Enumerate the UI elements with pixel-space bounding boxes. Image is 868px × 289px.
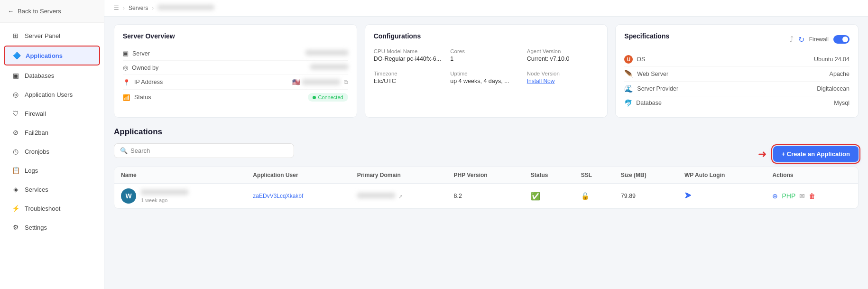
app-users-icon: ◎ — [11, 91, 20, 98]
sidebar: ← Back to Servers ⊞ Server Panel 🔷 Appli… — [0, 0, 104, 289]
sidebar-item-label: Applications — [26, 52, 63, 59]
sidebar-item-label: Troubleshoot — [25, 205, 60, 212]
status-dot — [313, 96, 316, 99]
provider-row: 🌊 Server Provider Digitalocean — [624, 82, 850, 96]
col-actions: Actions — [766, 167, 858, 184]
webserver-row: 🪶 Web Server Apache — [624, 67, 850, 82]
sidebar-item-cronjobs[interactable]: ◷ Cronjobs — [4, 142, 100, 160]
action-delete-icon[interactable]: 🗑 — [809, 192, 815, 200]
server-label: ▣ Server — [123, 50, 150, 57]
breadcrumb-servers[interactable]: Servers — [129, 5, 148, 11]
back-to-servers[interactable]: ← Back to Servers — [0, 0, 104, 23]
sidebar-item-application-users[interactable]: ◎ Application Users — [4, 85, 100, 103]
firewall-icon: 🛡 — [11, 110, 20, 117]
size-cell: 79.89 — [614, 184, 678, 209]
node-cell: Node Version Install Now — [527, 69, 599, 86]
ip-icon: 📍 — [123, 79, 130, 86]
cpu-cell: CPU Model Name DO-Regular pc-i440fx-6... — [374, 47, 446, 64]
sidebar-item-label: Databases — [25, 72, 54, 79]
services-icon: ◈ — [11, 186, 20, 193]
owned-by-label: ◎ Owned by — [123, 64, 158, 71]
app-user-link[interactable]: zaEDvV3LcqXkakbf — [253, 193, 303, 199]
wp-login-icon[interactable]: ⮞ — [684, 192, 692, 200]
applications-table: Name Application User Primary Domain PHP… — [114, 167, 858, 208]
wifi-icon: 📶 — [123, 94, 130, 101]
ssl-lock-icon: 🔓 — [581, 192, 589, 200]
agent-label: Agent Version — [527, 48, 599, 54]
col-status: Status — [524, 167, 574, 184]
configurations-card: Configurations CPU Model Name DO-Regular… — [365, 24, 608, 118]
search-input[interactable] — [130, 147, 288, 154]
webserver-label: 🪶 Web Server — [624, 70, 668, 78]
main-content: ☰ › Servers › Server Overview ▣ Server — [104, 0, 868, 289]
os-label: U OS — [624, 55, 645, 64]
owned-by-icon: ◎ — [123, 64, 128, 71]
specifications-card: Specifications ⤴ ↻ Firewall U OS Ubuntu … — [615, 24, 859, 118]
settings-icon: ⚙ — [11, 224, 20, 231]
action-icons: ⊕ PHP ✉ 🗑 — [772, 192, 851, 200]
ssl-cell: 🔓 — [574, 184, 614, 209]
server-value — [305, 50, 348, 57]
sidebar-item-logs[interactable]: 📋 Logs — [4, 161, 100, 179]
cores-cell: Cores 1 — [450, 47, 522, 64]
table-header-row: Name Application User Primary Domain PHP… — [114, 167, 858, 184]
logs-icon: 📋 — [11, 167, 20, 174]
server-overview-card: Server Overview ▣ Server ◎ Owned by — [114, 24, 357, 118]
back-arrow-icon: ← — [8, 8, 14, 15]
status-badge: Connected — [308, 93, 348, 102]
owned-by-value — [310, 64, 348, 71]
sidebar-item-services[interactable]: ◈ Services — [4, 180, 100, 198]
install-now-link[interactable]: Install Now — [527, 78, 555, 84]
external-link-icon[interactable]: ↗ — [398, 194, 403, 199]
back-label: Back to Servers — [18, 8, 61, 15]
config-grid: CPU Model Name DO-Regular pc-i440fx-6...… — [374, 47, 599, 86]
copy-icon[interactable]: ⧉ — [344, 79, 348, 85]
timezone-label: Timezone — [374, 71, 446, 76]
sidebar-item-applications[interactable]: 🔷 Applications — [4, 46, 100, 65]
applications-icon: 🔷 — [12, 52, 21, 59]
applications-title: Applications — [114, 127, 859, 137]
webserver-value: Apache — [830, 71, 850, 77]
breadcrumb-sep: › — [123, 5, 125, 11]
col-php: PHP Version — [447, 167, 524, 184]
fail2ban-icon: ⊘ — [11, 129, 20, 136]
database-value: Mysql — [834, 100, 850, 106]
create-application-button[interactable]: + Create an Application — [773, 146, 859, 162]
col-ssl: SSL — [574, 167, 614, 184]
sidebar-item-troubleshoot[interactable]: ⚡ Troubleshoot — [4, 199, 100, 217]
provider-value: Digitalocean — [817, 85, 850, 92]
search-icon: 🔍 — [120, 147, 128, 154]
firewall-label: Firewall — [809, 36, 829, 43]
sidebar-item-firewall[interactable]: 🛡 Firewall — [4, 104, 100, 122]
status-row: 📶 Status Connected — [123, 90, 348, 105]
database-row: 🐬 Database Mysql — [624, 96, 850, 110]
share-icon[interactable]: ⤴ — [790, 35, 794, 44]
node-value: Install Now — [527, 78, 599, 84]
ip-row: 📍 IP Address 🇺🇸 ⧉ — [123, 75, 348, 90]
actions-cell: ⊕ PHP ✉ 🗑 — [766, 184, 858, 209]
database-label: 🐬 Database — [624, 99, 662, 107]
cards-row: Server Overview ▣ Server ◎ Owned by — [114, 24, 859, 118]
provider-icon: 🌊 — [624, 84, 633, 93]
sidebar-item-settings[interactable]: ⚙ Settings — [4, 218, 100, 236]
provider-label: 🌊 Server Provider — [624, 84, 678, 93]
col-domain: Primary Domain — [351, 167, 447, 184]
refresh-icon[interactable]: ↻ — [798, 35, 804, 44]
cpu-value: DO-Regular pc-i440fx-6... — [374, 56, 446, 62]
sidebar-item-server-panel[interactable]: ⊞ Server Panel — [4, 27, 100, 45]
sidebar-item-databases[interactable]: ▣ Databases — [4, 66, 100, 84]
uptime-cell: Uptime up 4 weeks, 4 days, ... — [450, 69, 522, 86]
databases-icon: ▣ — [11, 72, 20, 79]
php-version-cell: 8.2 — [447, 184, 524, 209]
breadcrumb: ☰ › Servers › — [104, 0, 868, 17]
database-icon: 🐬 — [624, 99, 632, 107]
action-php-icon[interactable]: PHP — [782, 192, 795, 200]
action-view-icon[interactable]: ⊕ — [772, 192, 778, 200]
status-cell: ✅ — [524, 184, 574, 209]
specs-title: Specifications — [624, 32, 669, 40]
size-value: 79.89 — [621, 193, 636, 199]
action-email-icon[interactable]: ✉ — [799, 192, 805, 200]
sidebar-item-fail2ban[interactable]: ⊘ Fail2ban — [4, 123, 100, 141]
server-row: ▣ Server — [123, 47, 348, 61]
firewall-toggle[interactable] — [833, 35, 850, 44]
